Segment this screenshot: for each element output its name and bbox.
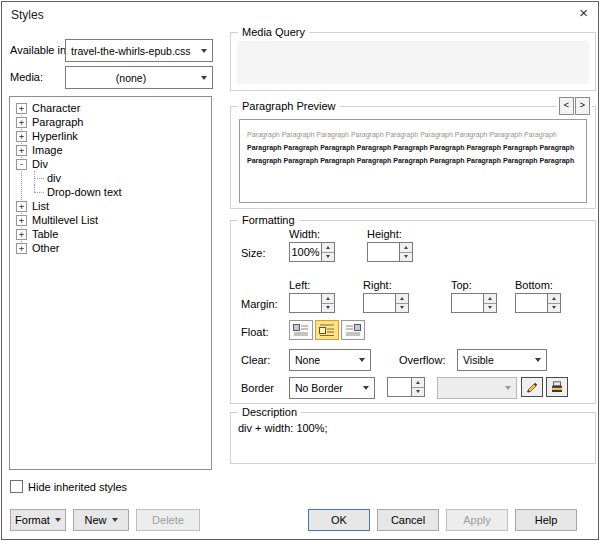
expand-icon[interactable]: + [16,117,27,128]
chevron-down-icon[interactable] [196,40,212,61]
overflow-select[interactable]: Visible [457,349,547,371]
float-none-icon [319,324,335,336]
spin-up-icon[interactable] [484,294,496,303]
expand-icon[interactable]: + [16,145,27,156]
tree-item-paragraph[interactable]: +Paragraph [10,115,211,129]
help-button[interactable]: Help [515,509,577,531]
apply-button[interactable]: Apply [446,509,508,531]
expand-icon[interactable]: + [16,201,27,212]
tree-item-dropdown-text[interactable]: Drop-down text [10,185,211,199]
tree-item-label[interactable]: Other [32,242,60,254]
tree-item-multilevel-list[interactable]: +Multilevel List [10,213,211,227]
height-spinner[interactable] [367,242,413,262]
media-select[interactable]: (none) [65,66,213,89]
tree-item-list[interactable]: +List [10,199,211,213]
collapse-icon[interactable]: - [16,159,27,170]
tree-item-character[interactable]: +Character [10,101,211,115]
hide-inherited-label[interactable]: Hide inherited styles [28,481,127,493]
media-query-area [237,41,589,84]
preview-box: Paragraph Paragraph Paragraph Paragraph … [239,119,587,203]
tree-item-label[interactable]: Hyperlink [32,130,78,142]
tree-item-label[interactable]: Image [32,144,63,156]
spin-down-icon[interactable] [548,303,560,313]
expand-icon[interactable]: + [16,131,27,142]
spin-down-icon[interactable] [412,387,424,397]
chevron-down-icon [112,518,118,522]
formatting-title: Formatting [238,214,299,226]
width-spinner[interactable]: 100% [289,242,335,262]
spin-down-icon[interactable] [396,303,408,313]
spin-down-icon[interactable] [484,303,496,313]
preview-next-button[interactable]: > [575,97,590,115]
margin-left-input[interactable] [290,294,321,312]
available-in-select[interactable]: travel-the-whirls-epub.css [65,39,213,62]
tree-item-div-child[interactable]: div [10,171,211,185]
expand-icon[interactable]: + [16,243,27,254]
expand-icon[interactable]: + [16,103,27,114]
clear-label: Clear: [241,354,270,366]
spin-down-icon[interactable] [400,252,412,262]
spin-up-icon[interactable] [412,378,424,387]
chevron-down-icon[interactable] [530,350,546,370]
spin-down-icon[interactable] [322,303,334,313]
float-right-button[interactable] [341,320,365,340]
spin-up-icon[interactable] [400,243,412,252]
hide-inherited-checkbox[interactable] [10,480,23,493]
spin-up-icon[interactable] [322,294,334,303]
delete-button[interactable]: Delete [136,509,200,531]
height-input[interactable] [368,243,399,261]
margin-bottom-spinner[interactable] [515,293,561,313]
chevron-down-icon[interactable] [358,378,374,398]
format-button[interactable]: Format [10,509,66,531]
ok-button-label: OK [331,514,347,526]
expand-icon[interactable]: + [16,229,27,240]
styles-tree[interactable]: +Character +Paragraph +Hyperlink +Image … [9,96,212,470]
cancel-button[interactable]: Cancel [377,509,439,531]
border-color-button[interactable] [521,377,543,397]
fill-color-button[interactable] [546,377,568,397]
margin-left-spinner[interactable] [289,293,335,313]
help-button-label: Help [535,514,558,526]
tree-item-hyperlink[interactable]: +Hyperlink [10,129,211,143]
tree-item-label[interactable]: Table [32,228,58,240]
paragraph-preview-group: Paragraph Preview < > Paragraph Paragrap… [230,106,596,209]
spin-up-icon[interactable] [322,243,334,252]
border-width-input[interactable] [388,378,411,396]
tree-item-div[interactable]: -Div [10,157,211,171]
margin-top-input[interactable] [452,294,483,312]
media-query-group: Media Query [230,32,596,91]
margin-right-spinner[interactable] [363,293,409,313]
pen-icon [525,381,539,393]
new-button[interactable]: New [73,509,129,531]
spin-down-icon[interactable] [322,252,334,262]
spin-up-icon[interactable] [548,294,560,303]
tree-item-label[interactable]: Div [32,158,48,170]
margin-top-spinner[interactable] [451,293,497,313]
width-input[interactable]: 100% [290,243,321,261]
chevron-down-icon[interactable] [196,67,212,88]
float-left-button[interactable] [289,320,313,340]
float-none-button[interactable] [315,320,339,340]
spin-up-icon[interactable] [396,294,408,303]
border-style-select[interactable]: No Border [289,377,375,399]
preview-nav: < > [557,97,592,115]
tree-item-table[interactable]: +Table [10,227,211,241]
preview-prev-button[interactable]: < [559,97,574,115]
clear-select[interactable]: None [289,349,371,371]
ok-button[interactable]: OK [308,509,370,531]
tree-item-label[interactable]: List [32,200,49,212]
preview-line: Paragraph Paragraph Paragraph Paragraph … [247,154,579,167]
margin-right-input[interactable] [364,294,395,312]
close-icon[interactable]: × [579,5,588,21]
tree-item-label[interactable]: div [47,172,61,184]
tree-item-other[interactable]: +Other [10,241,211,255]
tree-item-label[interactable]: Multilevel List [32,214,98,226]
tree-item-label[interactable]: Character [32,102,80,114]
tree-item-label[interactable]: Drop-down text [47,186,122,198]
margin-bottom-input[interactable] [516,294,547,312]
expand-icon[interactable]: + [16,215,27,226]
tree-item-image[interactable]: +Image [10,143,211,157]
border-width-spinner[interactable] [387,377,425,397]
tree-item-label[interactable]: Paragraph [32,116,83,128]
chevron-down-icon[interactable] [354,350,370,370]
